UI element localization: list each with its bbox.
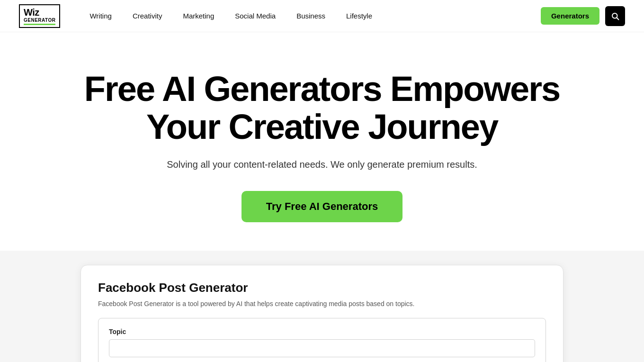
topic-label: Topic bbox=[109, 328, 535, 335]
nav-link-creativity[interactable]: Creativity bbox=[122, 0, 173, 32]
logo[interactable]: Wiz Generator bbox=[19, 4, 60, 28]
card-title: Facebook Post Generator bbox=[98, 281, 546, 295]
logo-generator: Generator bbox=[24, 18, 55, 23]
logo-underline bbox=[24, 24, 55, 25]
nav-link-social-media[interactable]: Social Media bbox=[224, 0, 286, 32]
try-free-ai-generators-button[interactable]: Try Free AI Generators bbox=[242, 191, 402, 222]
search-button[interactable] bbox=[605, 6, 625, 26]
nav-right: Generators bbox=[541, 6, 625, 26]
nav-link-lifestyle[interactable]: Lifestyle bbox=[336, 0, 383, 32]
hero-section: Free AI Generators Empowers Your Creativ… bbox=[0, 32, 644, 251]
logo-box: Wiz Generator bbox=[19, 4, 60, 28]
facebook-post-generator-card: Facebook Post Generator Facebook Post Ge… bbox=[80, 265, 564, 362]
card-section: Facebook Post Generator Facebook Post Ge… bbox=[0, 251, 644, 362]
nav-links: Writing Creativity Marketing Social Medi… bbox=[79, 0, 540, 32]
svg-line-1 bbox=[617, 18, 619, 19]
hero-title: Free AI Generators Empowers Your Creativ… bbox=[62, 70, 582, 146]
hero-subtitle: Solving all your content-related needs. … bbox=[167, 159, 477, 170]
nav-link-business[interactable]: Business bbox=[286, 0, 336, 32]
search-icon bbox=[611, 12, 619, 20]
logo-wiz: Wiz bbox=[24, 7, 55, 18]
topic-input[interactable] bbox=[109, 339, 535, 357]
generators-button[interactable]: Generators bbox=[541, 7, 599, 25]
nav-link-marketing[interactable]: Marketing bbox=[172, 0, 224, 32]
svg-point-0 bbox=[612, 13, 617, 18]
card-description: Facebook Post Generator is a tool powere… bbox=[98, 300, 546, 308]
nav-link-writing[interactable]: Writing bbox=[79, 0, 122, 32]
card-inner: Topic Submit AI Result bbox=[98, 318, 546, 362]
navbar: Wiz Generator Writing Creativity Marketi… bbox=[0, 0, 644, 32]
